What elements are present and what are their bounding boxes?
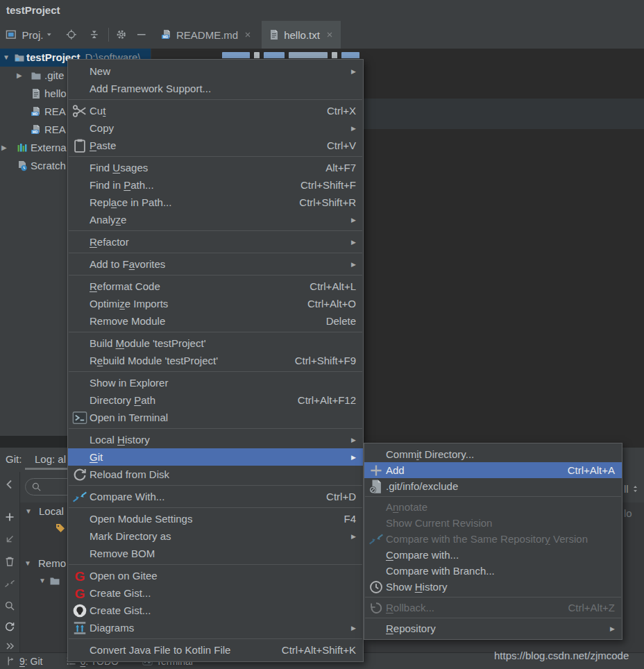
menu-item-reformat-code[interactable]: Reformat CodeCtrl+Alt+L bbox=[68, 278, 363, 295]
branch-filter-fragment[interactable]: ll bbox=[624, 483, 640, 495]
menu-item-compare-with[interactable]: Compare with... bbox=[364, 547, 622, 563]
window-title: testProject bbox=[6, 0, 60, 21]
menu-item-rollback: Rollback...Ctrl+Alt+Z bbox=[364, 600, 622, 616]
menu-item-find-in-path[interactable]: Find in Path...Ctrl+Shift+F bbox=[68, 176, 363, 194]
menu-item-label: Git bbox=[90, 451, 103, 463]
menu-item-git-info-exclude[interactable]: .git/info/exclude bbox=[364, 478, 622, 494]
menu-icon-placeholder bbox=[72, 378, 87, 389]
menu-item-local-history[interactable]: Local History▶ bbox=[68, 431, 363, 448]
menu-item-diagrams[interactable]: Diagrams▶ bbox=[68, 619, 363, 636]
menu-separator bbox=[69, 230, 362, 231]
menu-item-optimize-imports[interactable]: Optimize ImportsCtrl+Alt+O bbox=[68, 295, 363, 312]
submenu-arrow-icon: ▶ bbox=[351, 533, 356, 540]
menu-item-label: Remove Module bbox=[90, 315, 165, 327]
close-icon[interactable] bbox=[325, 31, 334, 39]
menu-item-build-module-testproject[interactable]: Build Module 'testProject' bbox=[68, 334, 363, 352]
branch-icon bbox=[6, 656, 16, 666]
editor-tab-strip: MDREADME.mdhello.txt bbox=[151, 21, 644, 49]
menu-item-open-module-settings[interactable]: Open Module SettingsF4 bbox=[68, 510, 363, 527]
search-icon[interactable] bbox=[4, 600, 15, 611]
menu-item-new[interactable]: New▶ bbox=[68, 62, 363, 80]
menu-item-create-gist[interactable]: GCreate Gist... bbox=[68, 584, 363, 602]
expanded-arrow-icon[interactable]: ▼ bbox=[25, 503, 32, 520]
menu-item-convert-java-file-to-kotlin-file[interactable]: Convert Java File to Kotlin FileCtrl+Alt… bbox=[68, 641, 363, 659]
project-tool-label[interactable]: Proj. bbox=[22, 29, 44, 41]
terminal-icon bbox=[72, 412, 87, 423]
menu-item-label: Compare With... bbox=[90, 491, 164, 502]
menu-item-shortcut: Delete bbox=[326, 315, 356, 327]
collapsed-arrow-icon[interactable]: ▶ bbox=[1, 139, 7, 157]
diagrams-icon bbox=[72, 623, 87, 634]
menu-item-directory-path[interactable]: Directory PathCtrl+Alt+F12 bbox=[68, 391, 363, 409]
locate-icon[interactable] bbox=[66, 28, 77, 41]
menu-item-label: Diagrams bbox=[90, 622, 134, 634]
menu-item-label: Cut bbox=[90, 105, 105, 117]
menu-item-git[interactable]: Git▶ bbox=[68, 448, 363, 466]
menu-item-compare-with-branch[interactable]: Compare with Branch... bbox=[364, 563, 622, 579]
menu-item-open-in-terminal[interactable]: Open in Terminal bbox=[68, 409, 363, 426]
gear-icon[interactable] bbox=[116, 28, 127, 41]
menu-item-create-gist[interactable]: Create Gist... bbox=[68, 602, 363, 619]
caret-down-icon[interactable] bbox=[44, 28, 55, 41]
menu-item-refactor[interactable]: Refactor▶ bbox=[68, 233, 363, 251]
git-tree-item-label: Remo bbox=[38, 555, 66, 572]
menu-icon-placeholder bbox=[72, 338, 87, 349]
expanded-arrow-icon[interactable]: ▼ bbox=[24, 555, 31, 572]
toolbar-divider bbox=[108, 28, 109, 42]
menu-item-open-on-gitee[interactable]: GOpen on Gitee bbox=[68, 567, 363, 584]
compare-blue-icon bbox=[368, 534, 384, 545]
menu-item-label: Find Usages bbox=[90, 162, 148, 173]
menu-item-paste[interactable]: PasteCtrl+V bbox=[68, 137, 363, 154]
tab-label: hello.txt bbox=[284, 29, 320, 41]
menu-item-copy[interactable]: Copy▶ bbox=[68, 119, 363, 137]
tab-label: README.md bbox=[176, 29, 238, 41]
double-chevron-icon[interactable] bbox=[4, 641, 15, 652]
menu-item-find-usages[interactable]: Find UsagesAlt+F7 bbox=[68, 159, 363, 176]
module-folder-icon bbox=[14, 52, 25, 63]
ignored-file-icon bbox=[368, 481, 384, 492]
menu-item-rebuild-module-testproject[interactable]: Rebuild Module 'testProject'Ctrl+Shift+F… bbox=[68, 352, 363, 369]
md-file-icon: MD bbox=[161, 29, 172, 40]
menu-item-label: Open in Terminal bbox=[90, 412, 168, 423]
expanded-arrow-icon[interactable]: ▼ bbox=[39, 573, 46, 589]
menu-item-compare-with[interactable]: Compare With...Ctrl+D bbox=[68, 488, 363, 505]
svg-text:G: G bbox=[75, 568, 85, 583]
menu-icon-placeholder bbox=[72, 237, 87, 248]
menu-item-mark-directory-as[interactable]: Mark Directory as▶ bbox=[68, 527, 363, 545]
menu-item-repository[interactable]: Repository▶ bbox=[364, 620, 622, 636]
menu-item-shortcut: Ctrl+V bbox=[327, 139, 356, 151]
menu-icon-placeholder bbox=[72, 645, 87, 656]
clock-icon bbox=[368, 582, 384, 593]
compare-blue-icon bbox=[72, 491, 87, 502]
menu-item-cut[interactable]: CutCtrl+X bbox=[68, 102, 363, 119]
refresh-icon[interactable] bbox=[4, 621, 15, 632]
expanded-arrow-icon[interactable]: ▼ bbox=[3, 49, 10, 67]
tab-hello-txt[interactable]: hello.txt bbox=[262, 21, 341, 49]
menu-item-show-in-explorer[interactable]: Show in Explorer bbox=[68, 374, 363, 391]
git-tree-item-label: Local bbox=[39, 503, 64, 520]
menu-item-replace-in-path[interactable]: Replace in Path...Ctrl+Shift+R bbox=[68, 194, 363, 211]
menu-item-show-history[interactable]: Show History bbox=[364, 579, 622, 595]
project-view-icon[interactable] bbox=[6, 28, 17, 41]
statusbar-item-9-git[interactable]: 9: Git bbox=[6, 656, 42, 667]
minimize-icon[interactable] bbox=[136, 28, 147, 41]
menu-item-shortcut: Ctrl+Shift+F bbox=[300, 179, 356, 191]
chevron-left-icon[interactable] bbox=[4, 479, 15, 490]
menu-separator bbox=[69, 253, 362, 253]
collapsed-arrow-icon[interactable]: ▶ bbox=[17, 67, 22, 85]
menu-item-commit-directory[interactable]: Commit Directory... bbox=[364, 446, 622, 462]
menu-item-remove-module[interactable]: Remove ModuleDelete bbox=[68, 312, 363, 330]
close-icon[interactable] bbox=[244, 31, 252, 39]
menu-item-remove-bom[interactable]: Remove BOM bbox=[68, 545, 363, 562]
gitee-icon: G bbox=[72, 588, 87, 599]
menu-icon-placeholder bbox=[72, 281, 87, 292]
menu-item-add[interactable]: AddCtrl+Alt+A bbox=[364, 462, 622, 478]
scratches-icon bbox=[17, 160, 28, 171]
menu-item-analyze[interactable]: Analyze▶ bbox=[68, 211, 363, 228]
menu-item-reload-from-disk[interactable]: Reload from Disk bbox=[68, 466, 363, 483]
tab-readme-md[interactable]: MDREADME.md bbox=[154, 21, 259, 49]
menu-item-add-framework-support[interactable]: Add Framework Support... bbox=[68, 80, 363, 97]
menu-item-add-to-favorites[interactable]: Add to Favorites▶ bbox=[68, 255, 363, 273]
menu-icon-placeholder bbox=[72, 259, 87, 270]
collapse-all-icon[interactable] bbox=[89, 28, 100, 41]
